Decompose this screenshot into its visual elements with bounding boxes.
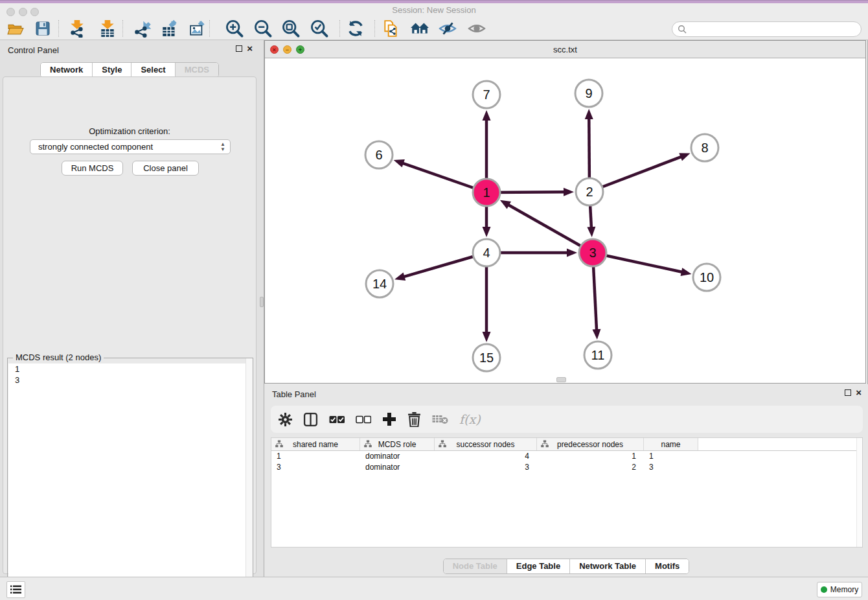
homes-button[interactable]	[409, 19, 430, 38]
table-cell[interactable]: 3	[271, 462, 360, 473]
open-folder-icon	[7, 20, 25, 38]
column-layout-icon[interactable]	[303, 412, 318, 427]
delete-table-icon[interactable]	[432, 414, 448, 424]
table-cell[interactable]: 4	[435, 451, 537, 462]
eye-button[interactable]	[466, 19, 487, 38]
control-panel: Control Panel × NetworkStyleSelectMCDS O…	[0, 40, 259, 577]
table-cell[interactable]: 3	[644, 462, 698, 473]
mcds-result-list[interactable]: 13	[8, 363, 252, 600]
result-scrollbar[interactable]	[246, 358, 253, 600]
clone-network-button[interactable]	[381, 19, 402, 38]
float-panel-icon[interactable]	[236, 45, 242, 52]
graph-node-label: 6	[375, 148, 382, 162]
import-network-button[interactable]	[67, 19, 87, 38]
table-tabs: Node TableEdge TableNetwork TableMotifs	[443, 559, 690, 574]
column-header-MCDS-role[interactable]: MCDS role	[360, 438, 435, 450]
optimization-dropdown[interactable]: strongly connected component ▲▼	[30, 139, 231, 154]
close-panel-icon[interactable]: ×	[856, 389, 862, 396]
control-panel-tabs: NetworkStyleSelectMCDS	[40, 62, 219, 78]
table-cell[interactable]: 1	[271, 451, 360, 462]
tab-edge-table[interactable]: Edge Table	[507, 559, 570, 573]
tab-motifs[interactable]: Motifs	[646, 559, 689, 573]
zoom-fit-button[interactable]	[280, 19, 301, 38]
search-input[interactable]	[690, 23, 861, 35]
zoom-out-button[interactable]	[253, 19, 273, 38]
titlebar[interactable]: Session: New Session	[0, 3, 868, 17]
column-header-name[interactable]: name	[644, 438, 698, 450]
zoom-selected-button[interactable]	[309, 19, 330, 38]
graph-edge[interactable]	[589, 157, 682, 192]
table-cell[interactable]: 1	[537, 451, 644, 462]
vertical-splitter[interactable]	[259, 40, 264, 577]
memory-button[interactable]: Memory	[817, 582, 862, 597]
tab-select[interactable]: Select	[131, 63, 175, 77]
delete-column-icon[interactable]	[407, 412, 421, 427]
export-network-button[interactable]	[131, 19, 152, 38]
settings-gear-icon[interactable]	[279, 413, 292, 426]
edge-arrowhead	[564, 188, 574, 196]
mcds-result-box: MCDS result (2 nodes) 13	[7, 358, 253, 600]
add-column-icon[interactable]	[382, 412, 396, 426]
tab-network[interactable]: Network	[41, 63, 93, 77]
function-builder-icon[interactable]: f(x)	[459, 412, 481, 426]
memory-status-icon	[821, 586, 827, 593]
close-panel-icon[interactable]: ×	[247, 45, 253, 52]
graph-edge[interactable]	[508, 205, 593, 253]
refresh-button[interactable]	[345, 19, 366, 38]
edge-arrowhead	[681, 268, 692, 276]
dropdown-stepper-icon: ▲▼	[220, 142, 225, 152]
export-image-button[interactable]	[188, 19, 209, 38]
table-scrollbar[interactable]	[856, 438, 862, 547]
save-session-button[interactable]	[32, 19, 53, 38]
table-cell[interactable]: 2	[537, 462, 644, 473]
refresh-icon	[347, 19, 365, 38]
import-table-button[interactable]	[97, 19, 118, 38]
toolbar-separator	[339, 20, 340, 37]
splitter-grip[interactable]	[260, 297, 264, 307]
graph-node-label: 3	[589, 246, 596, 260]
tab-network-table[interactable]: Network Table	[570, 559, 646, 573]
export-image-icon	[189, 19, 207, 38]
table-toolbar: f(x)	[271, 406, 863, 433]
task-history-button[interactable]	[6, 581, 25, 598]
eye-edit-button[interactable]	[437, 19, 458, 38]
select-all-checked-icon[interactable]	[329, 415, 345, 424]
table-cell[interactable]: dominator	[360, 451, 435, 462]
network-window-titlebar[interactable]: × − + scc.txt	[265, 41, 865, 58]
edge-arrowhead	[394, 273, 405, 281]
column-header-predecessor-nodes[interactable]: predecessor nodes	[537, 438, 644, 450]
network-resize-grip[interactable]	[556, 377, 566, 382]
run-mcds-button[interactable]: Run MCDS	[62, 161, 123, 176]
column-header-shared-name[interactable]: shared name	[271, 438, 360, 450]
table-cell[interactable]: 3	[435, 462, 537, 473]
application-window: Session: New Session	[0, 0, 868, 600]
close-panel-button[interactable]: Close panel	[132, 161, 199, 176]
clone-network-icon	[382, 19, 400, 38]
status-bar: Memory	[0, 577, 868, 600]
search-box[interactable]	[672, 21, 862, 37]
float-panel-icon[interactable]	[845, 389, 851, 396]
table-cell[interactable]: 1	[644, 451, 698, 462]
deselect-all-icon[interactable]	[356, 415, 371, 424]
graph-node-label: 14	[372, 277, 387, 291]
network-view-window: × − + scc.txt 1234678910111415	[264, 40, 866, 384]
open-session-button[interactable]	[5, 19, 26, 38]
control-panel-title: Control Panel	[8, 45, 59, 55]
export-table-button[interactable]	[159, 19, 180, 38]
edge-arrowhead	[483, 332, 491, 342]
table-row[interactable]: 3dominator323	[271, 462, 862, 473]
node-table: shared nameMCDS rolesuccessor nodesprede…	[271, 437, 863, 548]
column-header-successor-nodes[interactable]: successor nodes	[435, 438, 537, 450]
graph-node-label: 2	[586, 185, 593, 199]
tab-node-table[interactable]: Node Table	[444, 559, 507, 573]
import-table-icon	[98, 19, 117, 38]
edge-arrowhead	[585, 109, 593, 119]
table-row[interactable]: 1dominator411	[271, 451, 862, 462]
graph-node-label: 1	[483, 185, 490, 200]
tab-style[interactable]: Style	[93, 63, 131, 77]
table-cell[interactable]: dominator	[360, 462, 435, 473]
network-canvas[interactable]: 1234678910111415	[265, 58, 865, 383]
graph-node-label: 15	[479, 351, 494, 365]
zoom-in-button[interactable]	[224, 19, 245, 38]
tab-mcds[interactable]: MCDS	[176, 63, 218, 77]
